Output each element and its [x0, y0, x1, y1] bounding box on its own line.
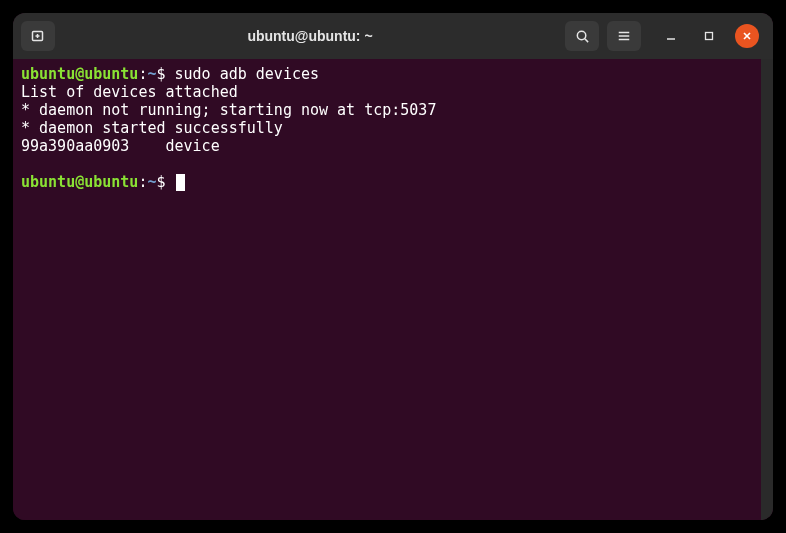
terminal-window: ubuntu@ubuntu: ~: [13, 13, 773, 520]
terminal-line: ubuntu@ubuntu:~$ sudo adb devices: [21, 65, 753, 83]
titlebar: ubuntu@ubuntu: ~: [13, 13, 773, 59]
output-line: 99a390aa0903 device: [21, 137, 753, 155]
svg-point-3: [577, 31, 585, 39]
prompt-user-host: ubuntu@ubuntu: [21, 173, 138, 191]
search-button[interactable]: [565, 21, 599, 51]
titlebar-right-controls: [565, 21, 765, 51]
output-line: List of devices attached: [21, 83, 753, 101]
maximize-icon: [704, 31, 714, 41]
blank-line: [21, 155, 753, 173]
maximize-button[interactable]: [697, 24, 721, 48]
output-line: * daemon started successfully: [21, 119, 753, 137]
scrollbar[interactable]: [761, 59, 773, 520]
close-button[interactable]: [735, 24, 759, 48]
search-icon: [575, 29, 590, 44]
svg-rect-9: [706, 33, 713, 40]
prompt-user-host: ubuntu@ubuntu: [21, 65, 138, 83]
terminal-line: ubuntu@ubuntu:~$: [21, 173, 753, 191]
terminal-body[interactable]: ubuntu@ubuntu:~$ sudo adb devicesList of…: [13, 59, 773, 520]
command-text: sudo adb devices: [166, 65, 320, 83]
minimize-button[interactable]: [659, 24, 683, 48]
output-line: * daemon not running; starting now at tc…: [21, 101, 753, 119]
svg-line-4: [584, 38, 587, 41]
window-title: ubuntu@ubuntu: ~: [63, 28, 557, 44]
new-tab-icon: [30, 28, 46, 44]
minimize-icon: [666, 31, 676, 41]
cursor: [176, 174, 185, 191]
menu-button[interactable]: [607, 21, 641, 51]
close-icon: [742, 31, 752, 41]
prompt-symbol: $: [156, 173, 165, 191]
window-controls: [659, 24, 759, 48]
new-tab-button[interactable]: [21, 21, 55, 51]
prompt-symbol: $: [156, 65, 165, 83]
hamburger-icon: [617, 29, 631, 43]
titlebar-left-controls: [21, 21, 55, 51]
terminal-content[interactable]: ubuntu@ubuntu:~$ sudo adb devicesList of…: [13, 59, 761, 520]
